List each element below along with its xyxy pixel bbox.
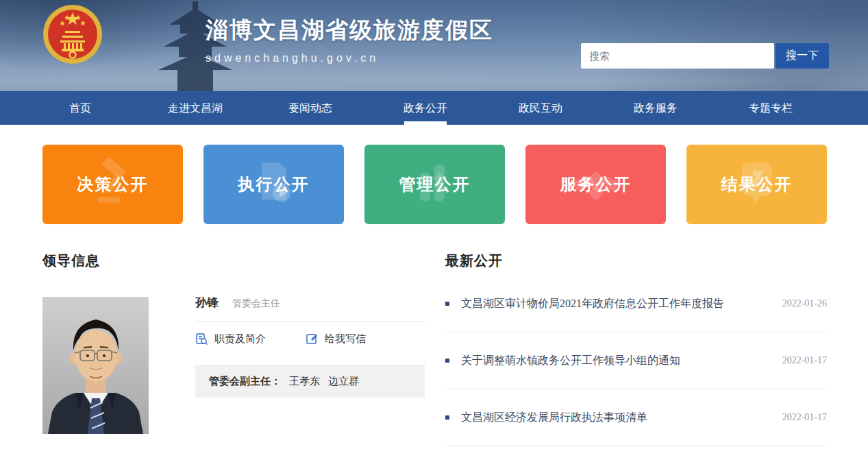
divider — [195, 321, 425, 322]
card-label: 决策公开 — [77, 173, 149, 195]
item-title: 关于调整萌水镇政务公开工作领导小组的通知 — [461, 354, 680, 368]
bullet-icon — [445, 415, 449, 420]
bullet-icon — [445, 302, 449, 306]
site-header: 淄博文昌湖省级旅游度假区 sdwenchanghu.gov.cn 搜一下 — [0, 0, 868, 91]
card-decision-disclosure[interactable]: 决策公开 — [42, 145, 183, 224]
main-nav: 首页 走进文昌湖 要闻动态 政务公开 政民互动 政务服务 专题专栏 — [0, 91, 868, 125]
item-title: 文昌湖区经济发展局行政执法事项清单 — [461, 411, 647, 425]
nav-item-about[interactable]: 走进文昌湖 — [138, 91, 253, 125]
write-letter-link[interactable]: 给我写信 — [306, 332, 366, 346]
list-item[interactable]: 关于调整萌水镇政务公开工作领导小组的通知 2022-01-17 — [445, 332, 827, 389]
compose-icon — [306, 332, 319, 346]
leader-photo[interactable] — [42, 297, 149, 434]
card-label: 管理公开 — [399, 173, 471, 195]
card-label: 服务公开 — [560, 173, 632, 195]
deputy-name[interactable]: 边立群 — [328, 375, 359, 388]
card-result-disclosure[interactable]: 结果公开 — [686, 145, 827, 224]
leader-position: 管委会主任 — [232, 298, 280, 310]
duties-link-label: 职责及简介 — [214, 332, 266, 346]
section-title-latest: 最新公开 — [445, 252, 503, 270]
bullet-icon — [445, 359, 449, 363]
nav-item-news[interactable]: 要闻动态 — [253, 91, 368, 125]
item-date: 2022-01-26 — [782, 298, 827, 309]
card-service-disclosure[interactable]: 服务公开 — [525, 145, 666, 224]
leader-name[interactable]: 孙锋 — [195, 295, 219, 311]
nav-item-interaction[interactable]: 政民互动 — [483, 91, 598, 125]
search-input[interactable] — [581, 43, 774, 69]
leader-links-row: 职责及简介 给我写信 — [195, 332, 366, 346]
leader-name-row: 孙锋 管委会主任 — [195, 295, 280, 311]
site-title: 淄博文昌湖省级旅游度假区 — [206, 15, 493, 46]
main-nav-inner: 首页 走进文昌湖 要闻动态 政务公开 政民互动 政务服务 专题专栏 — [23, 91, 828, 125]
card-management-disclosure[interactable]: 管理公开 — [364, 145, 505, 224]
site-url: sdwenchanghu.gov.cn — [206, 52, 493, 64]
nav-item-home[interactable]: 首页 — [23, 91, 138, 125]
brand-block: 淄博文昌湖省级旅游度假区 sdwenchanghu.gov.cn — [206, 15, 493, 64]
page: 淄博文昌湖省级旅游度假区 sdwenchanghu.gov.cn 搜一下 首页 … — [0, 0, 868, 460]
document-search-icon — [195, 332, 208, 346]
deputy-label: 管委会副主任： — [209, 375, 281, 388]
card-label: 结果公开 — [721, 173, 793, 195]
card-execution-disclosure[interactable]: 执行公开 — [203, 145, 344, 224]
list-item[interactable]: 文昌湖区经济发展局行政执法事项清单 2022-01-17 — [445, 389, 827, 446]
write-letter-link-label: 给我写信 — [325, 332, 366, 346]
nav-item-services[interactable]: 政务服务 — [598, 91, 713, 125]
nav-item-special-columns[interactable]: 专题专栏 — [713, 91, 828, 125]
section-title-leader: 领导信息 — [42, 252, 100, 270]
latest-disclosure-list: 文昌湖区审计物价局2021年政府信息公开工作年度报告 2022-01-26 关于… — [445, 276, 827, 446]
search-button[interactable]: 搜一下 — [776, 43, 829, 69]
deputy-name[interactable]: 王孝东 — [289, 375, 320, 388]
item-title: 文昌湖区审计物价局2021年政府信息公开工作年度报告 — [461, 297, 724, 311]
card-label: 执行公开 — [238, 173, 310, 195]
item-date: 2022-01-17 — [782, 412, 827, 423]
national-emblem-logo — [42, 4, 103, 64]
item-date: 2022-01-17 — [782, 355, 827, 366]
duties-link[interactable]: 职责及简介 — [195, 332, 266, 346]
disclosure-cards: 决策公开 执行公开 管理公开 — [42, 145, 827, 224]
deputy-directors-box: 管委会副主任： 王孝东 边立群 — [195, 365, 425, 398]
nav-item-gov-disclosure[interactable]: 政务公开 — [368, 91, 483, 125]
list-item[interactable]: 文昌湖区审计物价局2021年政府信息公开工作年度报告 2022-01-26 — [445, 276, 827, 332]
search-bar: 搜一下 — [581, 43, 829, 69]
